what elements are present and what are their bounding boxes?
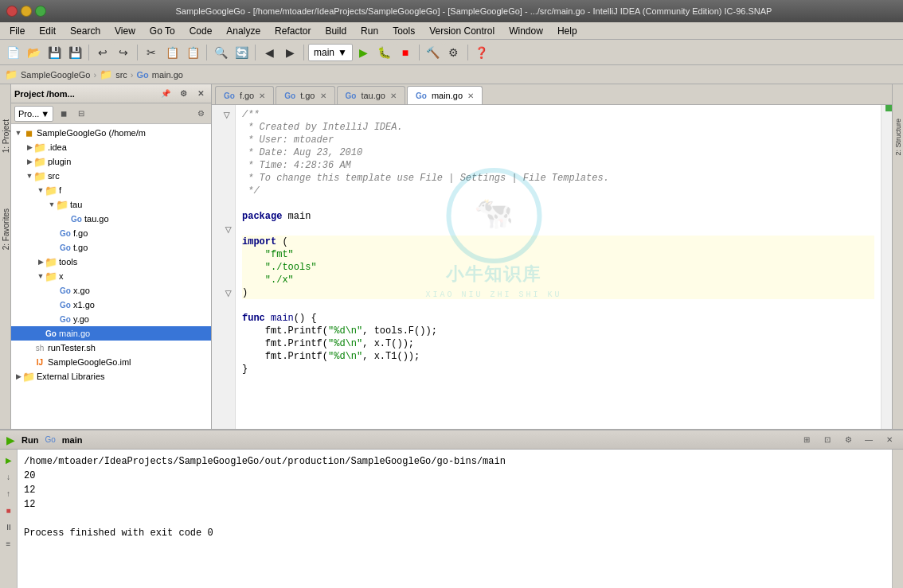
minimize-button[interactable] [21, 6, 32, 17]
tree-toggle-root[interactable]: ▼ [14, 129, 22, 137]
tree-item-tau-folder[interactable]: ▼ 📁 tau [11, 197, 211, 212]
tree-item-f-folder[interactable]: ▼ 📁 f [11, 183, 211, 197]
tree-item-src[interactable]: ▼ 📁 src [11, 169, 211, 183]
panel-gear-button[interactable]: ⚙ [176, 87, 190, 101]
tree-item-tools[interactable]: ▶ 📁 tools [11, 255, 211, 269]
save-button[interactable]: 💾 [45, 43, 64, 62]
tree-item-main-go[interactable]: Go main.go [11, 326, 211, 341]
tree-toggle-ext[interactable]: ▶ [14, 372, 22, 380]
panel-close-button[interactable]: ✕ [194, 87, 208, 101]
run-scrollbar[interactable] [892, 450, 903, 588]
tree-item-x-go[interactable]: Go x.go [11, 283, 211, 298]
editor-tab-taogo[interactable]: Go tau.go ✕ [337, 86, 405, 104]
run-button[interactable]: ▶ [354, 43, 373, 62]
open-button[interactable]: 📂 [24, 43, 43, 62]
menu-file[interactable]: File [3, 24, 31, 38]
side-tab-project[interactable]: 1: Project [0, 116, 10, 156]
close-button[interactable] [6, 6, 18, 17]
next-button[interactable]: ▶ [280, 43, 299, 62]
collapse-button[interactable]: ⊟ [74, 107, 88, 121]
menu-view[interactable]: View [108, 24, 142, 38]
window-controls[interactable] [6, 6, 46, 17]
rerun-button[interactable]: ▶ [2, 453, 16, 467]
editor-tab-tgo[interactable]: Go t.go ✕ [276, 86, 334, 104]
align-button[interactable]: ≡ [2, 536, 16, 551]
tree-toggle-src[interactable]: ▼ [25, 172, 33, 180]
tree-item-idea[interactable]: ▶ 📁 .idea [11, 140, 211, 154]
menu-analyze[interactable]: Analyze [220, 24, 267, 38]
tree-item-root[interactable]: ▼ ◼ SampleGoogleGo (/home/m [11, 126, 211, 140]
redo-button[interactable]: ↪ [114, 43, 133, 62]
menu-edit[interactable]: Edit [33, 24, 62, 38]
scroll-up-button[interactable]: ↑ [2, 486, 16, 500]
run-panel-restore-button[interactable]: ⊞ [799, 433, 814, 447]
settings-panel-button[interactable]: ⚙ [194, 107, 208, 121]
replace-button[interactable]: 🔄 [232, 43, 251, 62]
tree-toggle-tau[interactable]: ▼ [48, 201, 56, 208]
editor-scrollbar[interactable] [881, 105, 892, 429]
find-button[interactable]: 🔍 [211, 43, 230, 62]
editor-tab-maingo[interactable]: Go main.go ✕ [407, 86, 483, 104]
gutter-fold-comment[interactable]: ▽ [212, 108, 232, 121]
scroll-down-button[interactable]: ↓ [2, 469, 16, 484]
menu-help[interactable]: Help [551, 24, 584, 38]
tree-item-t-go[interactable]: Go t.go [11, 240, 211, 255]
tree-toggle-tools[interactable]: ▶ [37, 258, 45, 266]
tab-close-tgo[interactable]: ✕ [320, 92, 326, 100]
breadcrumb-src[interactable]: src [115, 70, 127, 80]
tree-toggle-x[interactable]: ▼ [37, 272, 45, 280]
scope-button[interactable]: ◼ [57, 107, 71, 121]
tab-close-fgo[interactable]: ✕ [259, 92, 265, 100]
pause-button[interactable]: ⏸ [2, 520, 16, 534]
run-panel-settings-button[interactable]: ⚙ [841, 433, 855, 447]
tree-item-f-go[interactable]: Go f.go [11, 226, 211, 240]
menu-refactor[interactable]: Refactor [268, 24, 317, 38]
menu-tools[interactable]: Tools [386, 24, 421, 38]
menu-code[interactable]: Code [183, 24, 219, 38]
project-tree[interactable]: ▼ ◼ SampleGoogleGo (/home/m ▶ 📁 .idea ▶ … [11, 124, 211, 429]
tree-item-plugin[interactable]: ▶ 📁 plugin [11, 154, 211, 169]
panel-pin-button[interactable]: 📌 [158, 87, 173, 101]
cut-button[interactable]: ✂ [142, 43, 161, 62]
tree-toggle-f[interactable]: ▼ [37, 186, 45, 194]
menu-vcs[interactable]: Version Control [423, 24, 501, 38]
editor-tab-fgo[interactable]: Go f.go ✕ [215, 86, 274, 104]
code-content[interactable]: /** * Created by IntelliJ IDEA. * User: … [236, 105, 881, 429]
save-all-button[interactable]: 💾 [65, 43, 84, 62]
tree-item-x1-go[interactable]: Go x1.go [11, 298, 211, 312]
stop-run-button[interactable]: ■ [2, 503, 16, 517]
tree-item-x-folder[interactable]: ▼ 📁 x [11, 269, 211, 283]
gutter-fold-func[interactable]: ▽ [212, 286, 232, 299]
tree-toggle-idea[interactable]: ▶ [25, 143, 33, 151]
run-panel-pin-button[interactable]: ⊡ [820, 433, 835, 447]
tab-close-maingo[interactable]: ✕ [467, 92, 474, 100]
maximize-button[interactable] [35, 6, 46, 17]
run-panel-minimize-button[interactable]: ✕ [882, 433, 897, 447]
menu-search[interactable]: Search [64, 24, 107, 38]
settings-button[interactable]: ⚙ [444, 43, 463, 62]
view-select-dropdown[interactable]: Pro... ▼ [14, 106, 53, 122]
side-tab-structure[interactable]: 2: Structure [893, 116, 903, 158]
tree-toggle-plugin[interactable]: ▶ [25, 158, 33, 165]
help-toolbar-button[interactable]: ❓ [472, 43, 491, 62]
breadcrumb-file[interactable]: main.go [152, 70, 183, 80]
breadcrumb-project[interactable]: SampleGoogleGo [21, 70, 90, 80]
tree-item-y-go[interactable]: Go y.go [11, 312, 211, 326]
tree-item-iml[interactable]: IJ SampleGoogleGo.iml [11, 355, 211, 369]
undo-button[interactable]: ↩ [93, 43, 112, 62]
menu-build[interactable]: Build [319, 24, 353, 38]
tree-item-runtester[interactable]: sh runTester.sh [11, 341, 211, 355]
run-panel-close-button[interactable]: — [862, 433, 876, 447]
new-button[interactable]: 📄 [3, 43, 22, 62]
menu-run[interactable]: Run [354, 24, 385, 38]
run-config-dropdown[interactable]: main ▼ [308, 44, 353, 61]
copy-button[interactable]: 📋 [162, 43, 182, 62]
menu-window[interactable]: Window [502, 24, 549, 38]
paste-button[interactable]: 📋 [183, 43, 202, 62]
prev-button[interactable]: ◀ [260, 43, 279, 62]
code-editor[interactable]: ▽ ▽ ▽ [212, 105, 892, 429]
tab-close-taogo[interactable]: ✕ [390, 92, 397, 100]
debug-button[interactable]: 🐛 [375, 43, 394, 62]
menu-goto[interactable]: Go To [143, 24, 182, 38]
tree-item-ext-libs[interactable]: ▶ 📁 External Libraries [11, 369, 211, 384]
